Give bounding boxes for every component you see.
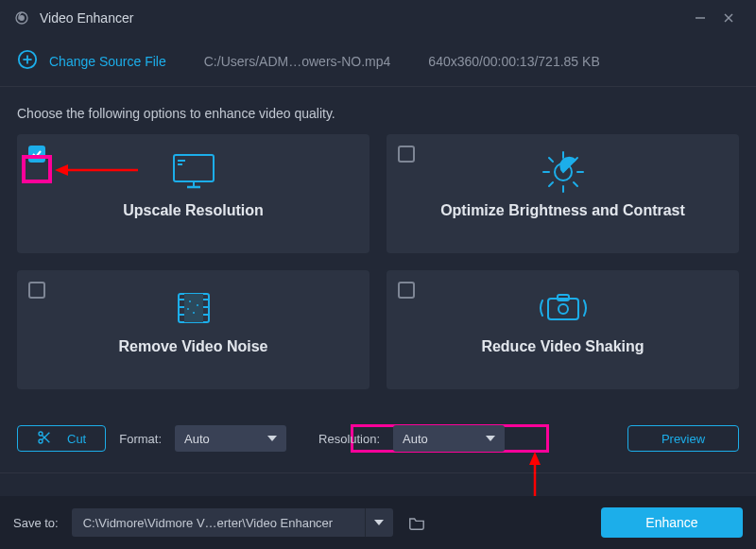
header-bar: Change Source File C:/Users/ADM…owers-NO… bbox=[0, 36, 756, 87]
change-source-label: Change Source File bbox=[49, 54, 166, 69]
svg-point-41 bbox=[39, 432, 43, 436]
save-path-field: C:\Vidmore\Vidmore V…erter\Video Enhance… bbox=[72, 508, 393, 537]
cut-label: Cut bbox=[67, 432, 86, 446]
svg-point-32 bbox=[193, 312, 195, 314]
card-label: Remove Video Noise bbox=[119, 338, 268, 355]
svg-point-1 bbox=[20, 16, 25, 21]
open-folder-button[interactable] bbox=[403, 508, 431, 537]
instruction-text: Choose the following options to enhance … bbox=[0, 87, 756, 134]
cut-button[interactable]: Cut bbox=[17, 425, 106, 452]
chevron-down-icon bbox=[486, 436, 495, 441]
svg-rect-8 bbox=[174, 155, 214, 181]
titlebar: Video Enhancer bbox=[0, 0, 756, 36]
resolution-select[interactable]: Auto bbox=[393, 425, 505, 452]
plus-circle-icon bbox=[17, 49, 38, 73]
svg-point-31 bbox=[197, 304, 198, 306]
card-remove-noise[interactable]: Remove Video Noise bbox=[17, 270, 369, 389]
save-path-value: C:\Vidmore\Vidmore V…erter\Video Enhance… bbox=[72, 516, 365, 530]
option-cards-grid: Upscale Resolution Optimize Brightness a… bbox=[0, 134, 756, 389]
card-label: Upscale Resolution bbox=[123, 202, 263, 219]
preview-label: Preview bbox=[662, 432, 705, 446]
film-noise-icon bbox=[171, 285, 216, 331]
card-label: Optimize Brightness and Contrast bbox=[440, 202, 685, 219]
card-upscale-resolution[interactable]: Upscale Resolution bbox=[17, 134, 369, 253]
footer-bar: Save to: C:\Vidmore\Vidmore V…erter\Vide… bbox=[0, 496, 756, 549]
sun-icon bbox=[540, 149, 587, 195]
checkbox-upscale[interactable] bbox=[28, 146, 45, 163]
svg-marker-40 bbox=[529, 452, 541, 465]
card-reduce-shaking[interactable]: Reduce Video Shaking bbox=[387, 270, 739, 389]
app-logo-icon bbox=[13, 9, 30, 26]
format-select[interactable]: Auto bbox=[175, 425, 286, 452]
card-optimize-brightness[interactable]: Optimize Brightness and Contrast bbox=[387, 134, 739, 253]
minimize-button[interactable] bbox=[686, 4, 714, 32]
svg-rect-34 bbox=[548, 299, 578, 319]
divider bbox=[0, 472, 756, 473]
format-value: Auto bbox=[184, 432, 210, 446]
checkbox-shaking[interactable] bbox=[398, 282, 415, 299]
svg-point-33 bbox=[187, 308, 189, 310]
chevron-down-icon bbox=[374, 520, 384, 525]
source-filepath: C:/Users/ADM…owers-NO.mp4 bbox=[204, 54, 391, 69]
svg-line-19 bbox=[574, 182, 577, 186]
close-button[interactable] bbox=[714, 4, 743, 32]
svg-rect-23 bbox=[184, 294, 203, 322]
chevron-down-icon bbox=[267, 436, 277, 441]
svg-point-35 bbox=[558, 304, 568, 314]
annotation-arrow-resolution bbox=[525, 452, 544, 499]
card-label: Reduce Video Shaking bbox=[481, 338, 644, 355]
camera-shake-icon bbox=[537, 285, 590, 331]
save-to-label: Save to: bbox=[13, 516, 59, 530]
svg-line-21 bbox=[549, 182, 553, 186]
format-label: Format: bbox=[119, 432, 162, 446]
save-path-dropdown[interactable] bbox=[365, 508, 393, 537]
svg-point-42 bbox=[39, 439, 43, 443]
checkbox-noise[interactable] bbox=[28, 282, 45, 299]
source-meta: 640x360/00:00:13/721.85 KB bbox=[428, 54, 599, 69]
resolution-value: Auto bbox=[403, 432, 428, 446]
controls-row: Cut Format: Auto Resolution: Auto Previe… bbox=[0, 425, 756, 452]
svg-point-30 bbox=[189, 300, 191, 302]
checkbox-brightness[interactable] bbox=[398, 146, 415, 163]
resolution-label: Resolution: bbox=[318, 432, 380, 446]
scissors-icon bbox=[37, 430, 52, 448]
enhance-button[interactable]: Enhance bbox=[601, 507, 743, 538]
window-title: Video Enhancer bbox=[40, 10, 133, 26]
enhance-label: Enhance bbox=[645, 515, 697, 530]
change-source-button[interactable]: Change Source File bbox=[17, 49, 166, 73]
preview-button[interactable]: Preview bbox=[627, 425, 739, 452]
monitor-icon bbox=[168, 149, 219, 195]
svg-line-18 bbox=[549, 158, 553, 162]
